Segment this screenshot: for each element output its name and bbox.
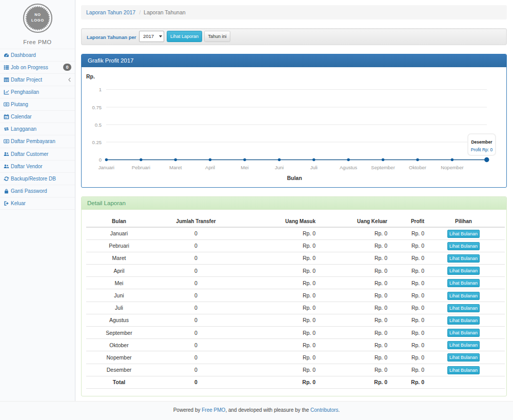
svg-text:Rp.: Rp. <box>86 73 95 79</box>
svg-text:Profit Rp: 0: Profit Rp: 0 <box>471 147 493 152</box>
svg-text:Juli: Juli <box>310 165 318 170</box>
svg-text:Bulan: Bulan <box>287 175 302 181</box>
svg-text:0.25: 0.25 <box>92 139 102 145</box>
svg-text:Maret: Maret <box>169 165 182 170</box>
svg-text:1: 1 <box>99 87 102 92</box>
svg-text:LOGO: LOGO <box>31 18 44 23</box>
svg-text:0.75: 0.75 <box>92 105 102 110</box>
svg-text:Mei: Mei <box>241 165 248 170</box>
svg-text:Pebruari: Pebruari <box>132 165 150 170</box>
svg-text:September: September <box>371 165 394 170</box>
svg-text:Januari: Januari <box>98 165 114 170</box>
svg-text:Agustus: Agustus <box>340 165 358 170</box>
svg-text:Juni: Juni <box>275 165 284 170</box>
svg-text:April: April <box>205 165 215 170</box>
svg-text:Oktober: Oktober <box>409 165 426 170</box>
svg-text:0.5: 0.5 <box>95 122 102 128</box>
svg-text:NO: NO <box>34 12 41 17</box>
svg-text:0: 0 <box>99 157 102 163</box>
svg-text:Nopember: Nopember <box>441 165 463 170</box>
svg-text:Desember: Desember <box>471 139 492 145</box>
